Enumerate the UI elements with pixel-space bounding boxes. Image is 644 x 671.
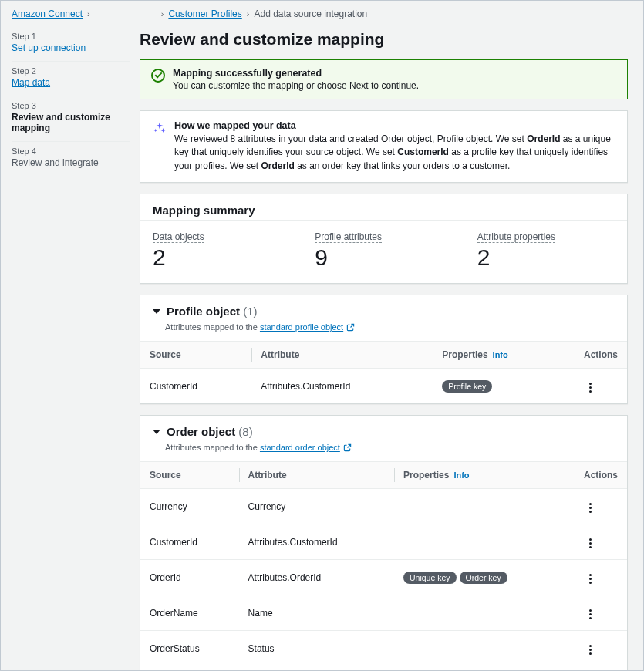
profile-object-panel: Profile object (1)Attributes mapped to t… (140, 295, 628, 404)
cell-actions (575, 489, 627, 524)
profile-object-title: Profile object (1) (167, 305, 258, 318)
row-count: (1) (243, 305, 257, 318)
step-link[interactable]: Map data (12, 77, 50, 88)
summary-metric: Data objects2 (140, 221, 302, 283)
breadcrumb-current: Add data source integration (254, 8, 367, 19)
table-row: OrderedAtAttributes.OrderedAt (140, 666, 627, 671)
flash-body: You can customize the mapping or choose … (173, 80, 419, 91)
cell-source: OrderStatus (140, 631, 239, 666)
column-header-source: Source (140, 342, 251, 369)
property-badge: Profile key (442, 380, 492, 393)
row-actions-menu[interactable] (584, 379, 598, 396)
cell-source: OrderName (140, 595, 239, 631)
metric-label: Profile attributes (315, 231, 382, 243)
step-title: Review and customize mapping (12, 112, 130, 133)
column-header-actions: Actions (575, 462, 627, 489)
summary-metric: Attribute properties2 (465, 221, 627, 283)
step-title: Set up connection (12, 42, 130, 53)
breadcrumb-link[interactable]: Customer Profiles (168, 8, 241, 19)
cell-actions (575, 560, 627, 595)
step-label: Step 2 (12, 66, 130, 76)
wizard-step: Step 2Map data (12, 62, 130, 96)
success-icon (151, 69, 165, 83)
table-row: CustomerIdAttributes.CustomerId (140, 524, 627, 560)
cell-actions (575, 666, 627, 671)
cell-properties (394, 631, 575, 666)
caret-down-icon[interactable] (153, 430, 160, 434)
table-row: CustomerIdAttributes.CustomerIdProfile k… (140, 369, 627, 404)
external-link-icon (346, 323, 355, 333)
order-object-table: SourceAttributePropertiesInfoActionsCurr… (140, 461, 627, 671)
cell-source: OrderId (140, 560, 239, 595)
cell-attribute: Attributes.OrderId (239, 560, 394, 595)
summary-metric: Profile attributes9 (302, 221, 464, 283)
info-link[interactable]: Info (453, 470, 469, 480)
sparkle-icon (153, 121, 167, 135)
column-header-actions: Actions (575, 342, 627, 369)
column-header-properties: PropertiesInfo (433, 342, 575, 369)
cell-attribute: Status (239, 631, 394, 666)
summary-title: Mapping summary (153, 204, 615, 217)
row-actions-menu[interactable] (584, 571, 598, 587)
cell-attribute: Attributes.CustomerId (251, 369, 433, 404)
column-header-source: Source (140, 462, 239, 489)
table-row: OrderStatusStatus (140, 631, 627, 666)
step-label: Step 1 (12, 32, 130, 41)
panel-subtitle: Attributes mapped to the standard profil… (140, 322, 627, 341)
howmapped-body: We reviewed 8 attributes in your data an… (174, 133, 615, 173)
info-link[interactable]: Info (493, 350, 508, 359)
row-actions-menu[interactable] (584, 500, 598, 516)
cell-source: CustomerId (140, 524, 239, 560)
flash-title: Mapping successfully generated (173, 68, 419, 79)
cell-source: Currency (140, 489, 239, 524)
cell-attribute: Name (239, 595, 394, 631)
wizard-step: Step 3Review and customize mapping (12, 96, 130, 142)
external-link-icon (343, 443, 352, 454)
property-badge: Order key (460, 572, 507, 584)
cell-source: OrderedAt (140, 666, 239, 671)
table-row: CurrencyCurrency (140, 489, 627, 524)
row-actions-menu[interactable] (584, 642, 598, 658)
profile-object-table: SourceAttributePropertiesInfoActionsCust… (140, 341, 627, 403)
property-badge: Unique key (403, 572, 457, 584)
wizard-sidebar: Step 1Set up connectionStep 2Map dataSte… (1, 27, 140, 670)
standard-object-link[interactable]: standard profile object (260, 322, 343, 332)
cell-properties: Unique keyOrder key (394, 560, 575, 595)
column-header-properties: PropertiesInfo (394, 462, 575, 489)
chevron-right-icon: › (161, 9, 164, 19)
row-actions-menu[interactable] (584, 535, 598, 551)
step-title: Review and integrate (12, 157, 130, 168)
standard-object-link[interactable]: standard order object (260, 443, 340, 452)
breadcrumb-redacted (95, 11, 157, 19)
cell-actions (575, 631, 627, 666)
cell-actions (575, 595, 627, 631)
chevron-right-icon: › (87, 9, 90, 19)
cell-attribute: Attributes.CustomerId (239, 524, 394, 560)
step-label: Step 3 (12, 101, 130, 110)
breadcrumb-link[interactable]: Amazon Connect (12, 8, 83, 19)
cell-actions (575, 369, 627, 404)
metric-label: Data objects (153, 231, 204, 243)
column-header-attribute: Attribute (251, 342, 433, 369)
cell-properties (394, 595, 575, 631)
caret-down-icon[interactable] (153, 309, 160, 314)
cell-properties (394, 489, 575, 524)
step-link[interactable]: Set up connection (12, 42, 86, 53)
row-actions-menu[interactable] (584, 606, 598, 622)
cell-attribute: Currency (239, 489, 394, 524)
breadcrumb: Amazon Connect››Customer Profiles›Add da… (1, 1, 643, 27)
column-header-attribute: Attribute (239, 462, 394, 489)
chevron-right-icon: › (247, 9, 250, 19)
metric-value: 2 (477, 244, 615, 271)
content-area: Review and customize mapping Mapping suc… (140, 27, 643, 670)
metric-value: 9 (315, 244, 452, 271)
table-row: OrderIdAttributes.OrderIdUnique keyOrder… (140, 560, 627, 595)
step-title: Map data (12, 77, 130, 88)
cell-properties (394, 524, 575, 560)
cell-properties (394, 666, 575, 671)
cell-attribute: Attributes.OrderedAt (239, 666, 394, 671)
wizard-step: Step 4Review and integrate (12, 142, 130, 176)
wizard-step: Step 1Set up connection (12, 27, 130, 62)
panel-subtitle: Attributes mapped to the standard order … (140, 443, 627, 461)
order-object-title: Order object (8) (167, 425, 253, 438)
